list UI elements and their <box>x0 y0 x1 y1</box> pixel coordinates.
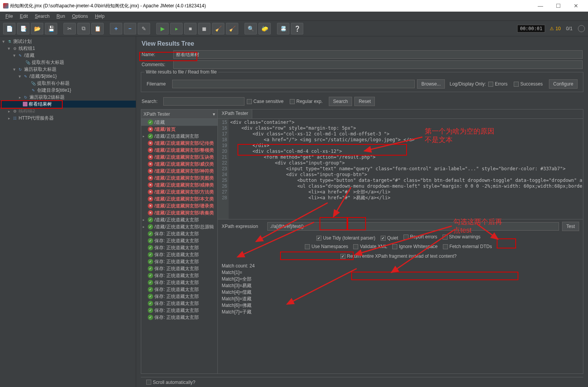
result-row[interactable]: ✕/道藏/正统道藏洞玄部/表奏类 <box>141 209 217 216</box>
result-row[interactable]: ▸✓/道藏/正统道藏洞玄部 <box>141 133 217 140</box>
name-input[interactable] <box>173 50 583 59</box>
function-helper-button[interactable]: 📇 <box>277 23 289 34</box>
result-row[interactable]: ✓保存: 正统道藏太玄部 <box>141 244 217 251</box>
result-row[interactable]: ✕/道藏/正统道藏洞玄部/本文类 <box>141 195 217 202</box>
case-checkbox[interactable]: Case sensitive <box>247 99 284 104</box>
start-notimers-button[interactable]: ▸ <box>170 23 183 34</box>
result-row[interactable]: ✓保存: 正统道藏太玄部 <box>141 307 217 314</box>
menu-search[interactable]: Search <box>32 12 53 20</box>
tree-mkdir[interactable]: 创建目录${title1} <box>37 87 71 94</box>
quiet-checkbox[interactable]: ✓Quiet <box>381 235 398 241</box>
filename-input[interactable] <box>172 80 415 88</box>
minimize-button[interactable]: — <box>532 0 549 12</box>
configure-button[interactable]: Configure <box>549 79 578 89</box>
search-input[interactable] <box>163 97 244 106</box>
menu-options[interactable]: Options <box>69 12 91 20</box>
maximize-button[interactable]: ☐ <box>549 0 567 12</box>
result-row[interactable]: ✕/道藏/正统道藏洞玄部/记传类 <box>141 140 217 147</box>
result-row[interactable]: ✕/道藏/正统道藏洞玄部/整领类 <box>141 147 217 154</box>
toggle-button[interactable]: ✎ <box>138 23 150 34</box>
tab-xpath-tester[interactable]: XPath Tester <box>218 110 252 118</box>
new-button[interactable]: 📄 <box>3 23 15 34</box>
ignore-ws-checkbox[interactable]: Ignore Whitespace <box>392 244 438 249</box>
result-row[interactable]: ✓保存: 正统道藏太玄部 <box>141 258 217 265</box>
result-row[interactable]: ✓保存: 正统道藏太玄部 <box>141 300 217 307</box>
stop-button[interactable]: ■ <box>184 23 197 34</box>
test-button[interactable]: Test <box>562 222 579 231</box>
warning-indicator[interactable]: ⚠10 <box>550 26 561 31</box>
copy-button[interactable]: ⧉ <box>77 23 90 34</box>
collapse-button[interactable]: － <box>124 23 136 34</box>
open-button[interactable]: 📂 <box>31 23 43 34</box>
result-row[interactable]: ✓保存: 正统道藏太玄部 <box>141 230 217 237</box>
result-row[interactable]: ✕/道藏/正统道藏洞玄部/神符类 <box>141 168 217 175</box>
result-row[interactable]: ✓保存: 正统道藏太玄部 <box>141 237 217 244</box>
result-row[interactable]: ✓保存: 正统道藏太玄部 <box>141 314 217 321</box>
tree-extract-big[interactable]: 提取所有大标题 <box>32 59 64 66</box>
result-row[interactable]: ✕/道藏/正统道藏洞玄部/灵图类 <box>141 175 217 182</box>
browse-button[interactable]: Browse... <box>417 79 445 89</box>
result-row[interactable]: ✓/道藏 <box>141 119 217 126</box>
menu-help[interactable]: Help <box>92 12 108 20</box>
use-ns-checkbox[interactable]: Use Namespaces <box>305 244 348 249</box>
result-row[interactable]: ✕/道藏/首页 <box>141 126 217 133</box>
xpath-expr-input[interactable] <box>267 222 559 231</box>
clearall-button[interactable]: 🧹 <box>226 23 238 34</box>
result-row[interactable]: ✓保存: 正统道藏太玄部 <box>141 265 217 272</box>
tree-dz-title[interactable]: /道藏/${title1} <box>29 73 57 80</box>
result-row[interactable]: ✓保存: 正统道藏太玄部 <box>141 272 217 279</box>
use-tidy-checkbox[interactable]: ✓Use Tidy (tolerant parser) <box>316 235 375 241</box>
validate-xml-checkbox[interactable]: Validate XML <box>353 244 387 249</box>
help-tb-button[interactable]: ❔ <box>291 23 303 34</box>
comments-input[interactable] <box>173 60 583 69</box>
expand-button[interactable]: ＋ <box>110 23 122 34</box>
clear-button[interactable]: 🧹 <box>212 23 224 34</box>
tree-threadgroup1[interactable]: 线程组1 <box>19 45 35 52</box>
result-row[interactable]: ▸✓/道藏/正统道藏太玄部/总源辑 <box>141 223 217 230</box>
scroll-auto-checkbox[interactable]: Scroll automatically? <box>146 380 195 385</box>
tree-loop2[interactable]: 遍历获取2级标题 <box>29 94 65 101</box>
errors-checkbox[interactable]: Errors <box>488 81 508 87</box>
test-plan-tree[interactable]: ▼⚗测试计划 ▼⚙线程组1 ▼✎/道藏 📎提取所有大标题 ▼↻遍历获取大标题 ▼… <box>0 36 136 387</box>
result-row[interactable]: ✕/道藏/正统道藏洞玄部/谱录类 <box>141 202 217 209</box>
tree-http-proxy[interactable]: HTTP代理服务器 <box>19 115 54 122</box>
report-errors-checkbox[interactable]: Report errors <box>403 234 438 240</box>
menu-edit[interactable]: Edit <box>17 12 31 20</box>
result-row[interactable]: ✕/道藏/正统道藏洞玄部/戒律类 <box>141 182 217 188</box>
successes-checkbox[interactable]: Successes <box>514 81 543 87</box>
return-fragment-checkbox[interactable]: ✓Return entire XPath fragment instead of… <box>340 253 457 259</box>
reset-button[interactable]: Reset <box>354 97 375 106</box>
result-row[interactable]: ✓保存: 正统道藏太玄部 <box>141 293 217 300</box>
menu-file[interactable]: File <box>2 12 16 20</box>
save-button[interactable]: 💾 <box>45 23 57 34</box>
results-list[interactable]: ✓/道藏✕/道藏/首页▸✓/道藏/正统道藏洞玄部✕/道藏/正统道藏洞玄部/记传类… <box>141 119 217 373</box>
result-row[interactable]: ✕/道藏/正统道藏洞玄部/玉诀类 <box>141 154 217 161</box>
search-tb-button[interactable]: 🔍 <box>244 23 257 34</box>
show-warnings-checkbox[interactable]: Show warnings <box>443 234 480 240</box>
search-button[interactable]: Search <box>329 97 352 106</box>
tree-threadgroup2[interactable]: 线程组2 <box>19 108 35 115</box>
paste-button[interactable]: 📋 <box>91 23 104 34</box>
start-button[interactable]: ▶ <box>156 23 169 34</box>
reset-search-button[interactable]: 🧽 <box>258 23 271 34</box>
result-row[interactable]: ✓保存: 正统道藏太玄部 <box>141 279 217 286</box>
tree-daozang[interactable]: /道藏 <box>24 52 34 59</box>
menu-run[interactable]: Run <box>53 12 68 20</box>
result-row[interactable]: ▸✓/道藏/正统道藏太玄部 <box>141 216 217 223</box>
regex-checkbox[interactable]: Regular exp. <box>290 99 323 104</box>
shutdown-button[interactable]: ◼ <box>198 23 210 34</box>
templates-button[interactable]: 📑 <box>17 23 29 34</box>
result-row[interactable]: ✓保存: 正统道藏太玄部 <box>141 251 217 258</box>
result-view-dropdown[interactable]: XPath Tester▾ <box>141 110 217 119</box>
result-row[interactable]: ✓保存: 正统道藏太玄部 <box>141 286 217 293</box>
fetch-dtd-checkbox[interactable]: Fetch external DTDs <box>443 244 492 249</box>
response-code-area[interactable]: 1516171819202122232425262728 <div class=… <box>218 119 583 219</box>
result-row[interactable]: ✕/道藏/正统道藏洞玄部/威仪类 <box>141 161 217 168</box>
tree-loop-big[interactable]: 遍历获取大标题 <box>24 66 56 73</box>
tree-extract-small[interactable]: 提取所有小标题 <box>37 80 70 87</box>
cut-button[interactable]: ✂ <box>63 23 76 34</box>
tree-view-results[interactable]: 察看结果树 <box>29 101 52 108</box>
tree-root[interactable]: 测试计划 <box>13 38 32 45</box>
close-button[interactable]: ✕ <box>567 0 585 12</box>
result-row[interactable]: ✕/道藏/正统道藏洞玄部/方法类 <box>141 188 217 195</box>
